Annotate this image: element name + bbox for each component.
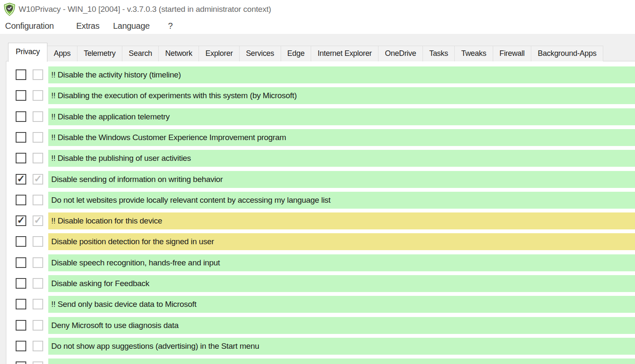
setting-label[interactable]: !! Send only basic device data to Micros… xyxy=(48,296,635,313)
tab-privacy[interactable]: Privacy xyxy=(8,43,47,62)
tab-background-apps[interactable]: Background-Apps xyxy=(531,46,603,61)
primary-checkbox[interactable] xyxy=(16,90,26,101)
primary-checkbox[interactable] xyxy=(16,215,26,226)
primary-checkbox[interactable] xyxy=(16,174,26,185)
secondary-checkbox[interactable] xyxy=(33,215,43,226)
secondary-checkbox[interactable] xyxy=(33,299,43,309)
secondary-checkbox[interactable] xyxy=(33,320,43,331)
shield-check-icon xyxy=(3,3,16,16)
setting-label[interactable]: !! Disable the activity history (timelin… xyxy=(48,66,635,83)
menubar: Configuration Extras Language ? xyxy=(0,19,635,34)
setting-row: Deny Microsoft to use diagnosis data xyxy=(6,317,635,335)
setting-row: Do not let websites provide locally rele… xyxy=(6,192,635,210)
tab-tweaks[interactable]: Tweaks xyxy=(454,46,493,61)
setting-label[interactable]: Disable speech recognition, hands-free a… xyxy=(48,254,635,271)
primary-checkbox[interactable] xyxy=(16,278,26,289)
secondary-checkbox[interactable] xyxy=(33,236,43,247)
tab-tasks[interactable]: Tasks xyxy=(422,46,455,61)
secondary-checkbox[interactable] xyxy=(33,278,43,289)
menu-item-configuration[interactable]: Configuration xyxy=(5,21,54,31)
primary-checkbox[interactable] xyxy=(16,257,26,268)
setting-row: !! Disabling the execution of experiment… xyxy=(6,87,635,105)
setting-row: Disable speech recognition, hands-free a… xyxy=(6,254,635,272)
secondary-checkbox[interactable] xyxy=(33,195,43,205)
secondary-checkbox[interactable] xyxy=(33,132,43,143)
tab-bar: PrivacyAppsTelemetrySearchNetworkExplore… xyxy=(8,42,635,61)
primary-checkbox[interactable] xyxy=(16,320,26,331)
setting-row: !! Disable the Windows Customer Experien… xyxy=(6,129,635,147)
primary-checkbox[interactable] xyxy=(16,341,26,351)
setting-row: Disable position detection for the signe… xyxy=(6,233,635,251)
tab-telemetry[interactable]: Telemetry xyxy=(77,46,122,61)
setting-row: !! Disable the publishing of user activi… xyxy=(6,150,635,168)
tab-onedrive[interactable]: OneDrive xyxy=(378,46,423,61)
primary-checkbox[interactable] xyxy=(16,69,26,80)
setting-label[interactable]: !! Disable location for this device xyxy=(48,212,635,229)
primary-checkbox[interactable] xyxy=(16,132,26,143)
setting-label[interactable]: Deny Microsoft to use diagnosis data xyxy=(48,317,635,334)
setting-label[interactable]: !! Do not allow the use of the built in … xyxy=(48,358,635,364)
setting-label[interactable]: !! Disable the application telemetry xyxy=(48,108,635,125)
setting-row: Do not show app suggestions (advertising… xyxy=(6,338,635,356)
primary-checkbox[interactable] xyxy=(16,111,26,122)
setting-label[interactable]: !! Disable the Windows Customer Experien… xyxy=(48,129,635,146)
setting-row: Disable asking for Feedback xyxy=(6,275,635,293)
privacy-settings-list: !! Disable the activity history (timelin… xyxy=(6,61,635,364)
window-titlebar: W10Privacy - WIN_10 [2004] - v.3.7.0.3 (… xyxy=(0,0,635,19)
tab-search[interactable]: Search xyxy=(122,46,159,61)
menu-item-language[interactable]: Language xyxy=(113,21,150,31)
tab-services[interactable]: Services xyxy=(239,46,281,61)
setting-row: !! Send only basic device data to Micros… xyxy=(6,296,635,314)
setting-row: !! Do not allow the use of the built in … xyxy=(6,358,635,364)
tab-edge[interactable]: Edge xyxy=(281,46,312,61)
window-title: W10Privacy - WIN_10 [2004] - v.3.7.0.3 (… xyxy=(19,5,271,14)
primary-checkbox[interactable] xyxy=(16,361,26,364)
secondary-checkbox[interactable] xyxy=(33,69,43,80)
setting-row: !! Disable the activity history (timelin… xyxy=(6,66,635,84)
secondary-checkbox[interactable] xyxy=(33,361,43,364)
setting-label[interactable]: Disable asking for Feedback xyxy=(48,275,635,292)
primary-checkbox[interactable] xyxy=(16,153,26,163)
tab-network[interactable]: Network xyxy=(158,46,199,61)
setting-label[interactable]: Do not show app suggestions (advertising… xyxy=(48,338,635,355)
secondary-checkbox[interactable] xyxy=(33,341,43,351)
menu-item-help[interactable]: ? xyxy=(168,21,173,31)
setting-row: !! Disable location for this device xyxy=(6,212,635,230)
tab-apps[interactable]: Apps xyxy=(47,46,77,61)
secondary-checkbox[interactable] xyxy=(33,174,43,185)
setting-label[interactable]: !! Disable the publishing of user activi… xyxy=(48,150,635,167)
tab-firewall[interactable]: Firewall xyxy=(493,46,532,61)
setting-label[interactable]: Disable sending of information on writin… xyxy=(48,171,635,188)
setting-row: Disable sending of information on writin… xyxy=(6,171,635,189)
primary-checkbox[interactable] xyxy=(16,195,26,205)
secondary-checkbox[interactable] xyxy=(33,111,43,122)
primary-checkbox[interactable] xyxy=(16,236,26,247)
menu-item-extras[interactable]: Extras xyxy=(76,21,99,31)
client-area: PrivacyAppsTelemetrySearchNetworkExplore… xyxy=(0,34,635,364)
setting-label[interactable]: Disable position detection for the signe… xyxy=(48,233,635,250)
setting-label[interactable]: !! Disabling the execution of experiment… xyxy=(48,87,635,104)
secondary-checkbox[interactable] xyxy=(33,153,43,163)
tab-internet-explorer[interactable]: Internet Explorer xyxy=(311,46,378,61)
secondary-checkbox[interactable] xyxy=(33,257,43,268)
primary-checkbox[interactable] xyxy=(16,299,26,309)
setting-label[interactable]: Do not let websites provide locally rele… xyxy=(48,192,635,209)
tab-explorer[interactable]: Explorer xyxy=(199,46,240,61)
setting-row: !! Disable the application telemetry xyxy=(6,108,635,126)
secondary-checkbox[interactable] xyxy=(33,90,43,101)
